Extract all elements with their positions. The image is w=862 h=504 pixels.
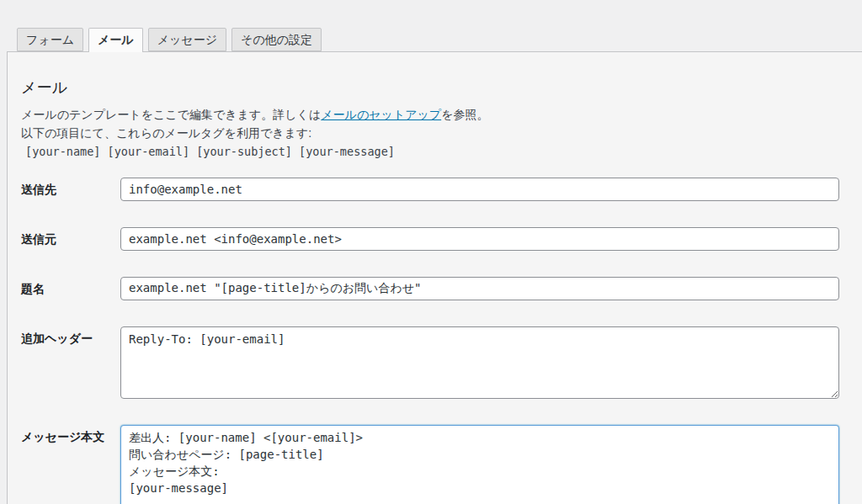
tab-mail[interactable]: メール	[88, 28, 143, 52]
description-text-before-link: メールのテンプレートをここで編集できます。詳しくは	[21, 108, 321, 121]
tab-form[interactable]: フォーム	[17, 28, 83, 51]
row-mail-subject: 題名	[21, 277, 862, 300]
description-text-after-link: を参照。	[441, 108, 488, 121]
mail-tags-list: [your-name] [your-email] [your-subject] …	[21, 142, 862, 161]
row-mail-to: 送信先	[21, 178, 862, 201]
editor-tabs: フォーム メール メッセージ その他の設定	[0, 0, 862, 51]
mail-subject-input[interactable]	[120, 277, 839, 300]
mail-setup-link[interactable]: メールのセットアップ	[321, 108, 441, 121]
tab-additional-settings[interactable]: その他の設定	[231, 28, 322, 51]
page-title: メール	[21, 77, 862, 98]
additional-headers-textarea[interactable]: Reply-To: [your-email]	[120, 326, 839, 399]
row-message-body: メッセージ本文 差出人: [your-name] <[your-email]> …	[21, 425, 862, 504]
mail-to-label: 送信先	[21, 178, 120, 197]
mail-from-label: 送信元	[21, 227, 120, 247]
message-body-label: メッセージ本文	[21, 425, 120, 444]
mail-to-input[interactable]	[120, 178, 839, 201]
message-body-textarea[interactable]: 差出人: [your-name] <[your-email]> 問い合わせページ…	[120, 425, 839, 504]
row-mail-from: 送信元	[21, 227, 862, 251]
description-line-1: メールのテンプレートをここで編集できます。詳しくはメールのセットアップを参照。	[21, 105, 862, 124]
additional-headers-label: 追加ヘッダー	[21, 326, 120, 346]
mail-settings-panel: メール メールのテンプレートをここで編集できます。詳しくはメールのセットアップを…	[7, 51, 862, 504]
tab-messages[interactable]: メッセージ	[148, 28, 226, 51]
row-additional-headers: 追加ヘッダー Reply-To: [your-email]	[21, 326, 862, 399]
panel-description: メールのテンプレートをここで編集できます。詳しくはメールのセットアップを参照。 …	[21, 105, 862, 161]
mail-subject-label: 題名	[21, 277, 120, 296]
description-line-2: 以下の項目にて、これらのメールタグを利用できます:	[21, 124, 862, 142]
mail-from-input[interactable]	[120, 227, 839, 251]
